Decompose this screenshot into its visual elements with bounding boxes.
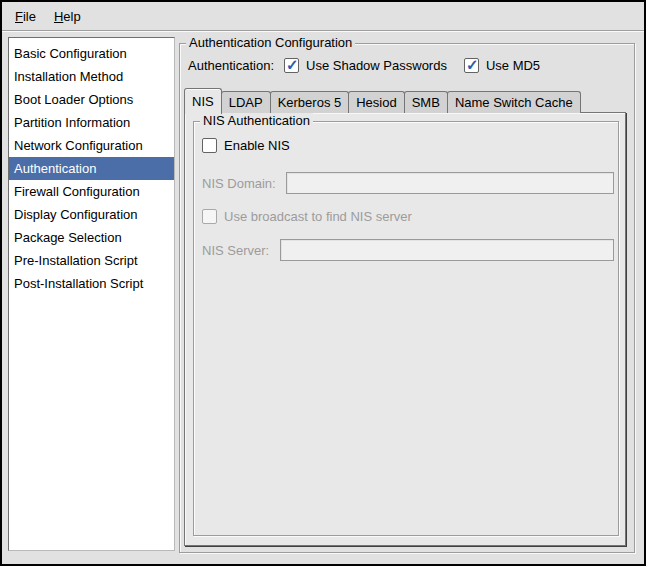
nis-authentication-frame: NIS Authentication Enable NIS NIS Domain…	[193, 121, 619, 536]
authentication-configuration-frame-title: Authentication Configuration	[186, 35, 355, 51]
menu-help[interactable]: Help	[49, 6, 86, 27]
use-broadcast-label: Use broadcast to find NIS server	[224, 209, 412, 224]
use-md5-label: Use MD5	[486, 58, 540, 73]
sidebar-item-post-installation-script[interactable]: Post-Installation Script	[9, 272, 174, 295]
sidebar-item-partition-information[interactable]: Partition Information	[9, 111, 174, 134]
authentication-options-row: Authentication: Use Shadow Passwords Use…	[188, 58, 540, 73]
tab-ldap[interactable]: LDAP	[221, 91, 271, 113]
nis-server-label: NIS Server:	[202, 243, 280, 258]
enable-nis-label: Enable NIS	[224, 138, 290, 153]
tab-name-switch-cache[interactable]: Name Switch Cache	[447, 91, 581, 113]
use-md5-group: Use MD5	[464, 58, 540, 73]
tab-smb[interactable]: SMB	[404, 91, 448, 113]
nis-server-input	[280, 239, 614, 261]
nis-authentication-frame-title: NIS Authentication	[200, 113, 313, 129]
use-broadcast-row: Use broadcast to find NIS server	[202, 209, 610, 224]
tab-strip: NIS LDAP Kerberos 5 Hesiod SMB Name Swit…	[184, 88, 626, 113]
authentication-configuration-frame: Authentication Configuration Authenticat…	[179, 43, 635, 553]
sidebar-item-installation-method[interactable]: Installation Method	[9, 65, 174, 88]
tab-nis[interactable]: NIS	[184, 88, 222, 114]
authentication-caption: Authentication:	[188, 58, 274, 73]
use-shadow-passwords-label: Use Shadow Passwords	[306, 58, 447, 73]
sidebar-item-network-configuration[interactable]: Network Configuration	[9, 134, 174, 157]
nis-tab-page: NIS Authentication Enable NIS NIS Domain…	[184, 112, 626, 546]
nis-domain-row: NIS Domain:	[202, 172, 614, 194]
use-md5-checkbox[interactable]	[464, 58, 479, 73]
authentication-notebook: NIS LDAP Kerberos 5 Hesiod SMB Name Swit…	[184, 88, 626, 546]
menu-file[interactable]: File	[10, 6, 41, 27]
use-broadcast-checkbox	[202, 209, 217, 224]
sidebar-item-authentication[interactable]: Authentication	[9, 157, 174, 180]
nis-server-row: NIS Server:	[202, 239, 614, 261]
nis-domain-input	[286, 172, 614, 194]
enable-nis-checkbox[interactable]	[202, 138, 217, 153]
use-shadow-passwords-checkbox[interactable]	[284, 58, 299, 73]
sidebar-item-boot-loader-options[interactable]: Boot Loader Options	[9, 88, 174, 111]
sidebar-item-display-configuration[interactable]: Display Configuration	[9, 203, 174, 226]
kickstart-configurator-window: File Help Basic Configuration Installati…	[0, 0, 646, 566]
tab-hesiod[interactable]: Hesiod	[348, 91, 404, 113]
sidebar-item-pre-installation-script[interactable]: Pre-Installation Script	[9, 249, 174, 272]
menubar-separator	[2, 30, 644, 32]
sidebar-item-package-selection[interactable]: Package Selection	[9, 226, 174, 249]
category-list: Basic Configuration Installation Method …	[8, 37, 175, 551]
tab-kerberos-5[interactable]: Kerberos 5	[270, 91, 350, 113]
sidebar-item-basic-configuration[interactable]: Basic Configuration	[9, 42, 174, 65]
enable-nis-row: Enable NIS	[202, 138, 610, 153]
sidebar-item-firewall-configuration[interactable]: Firewall Configuration	[9, 180, 174, 203]
nis-domain-label: NIS Domain:	[202, 176, 286, 191]
use-shadow-passwords-group: Use Shadow Passwords	[284, 58, 447, 73]
menubar: File Help	[2, 2, 644, 30]
